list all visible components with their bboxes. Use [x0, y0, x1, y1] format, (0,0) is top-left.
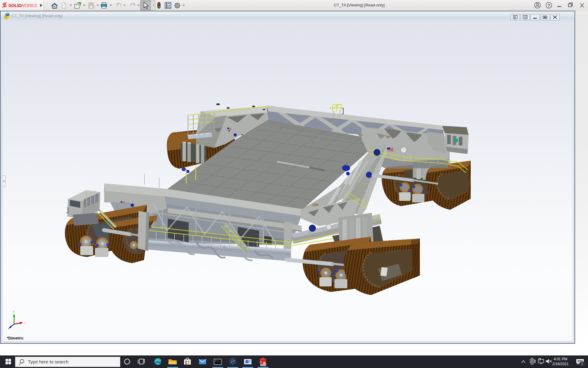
svg-text:C:\_: C:\_: [215, 360, 221, 362]
svg-text:x: x: [24, 321, 26, 324]
svg-text:y: y: [13, 310, 15, 313]
svg-text:S: S: [260, 360, 262, 363]
svg-text:SOLID: SOLID: [8, 3, 21, 8]
svg-text:2021: 2021: [261, 363, 266, 366]
svg-text:2: 2: [581, 362, 583, 366]
svg-text:WORKS: WORKS: [21, 3, 37, 8]
svg-text:?: ?: [548, 3, 550, 8]
